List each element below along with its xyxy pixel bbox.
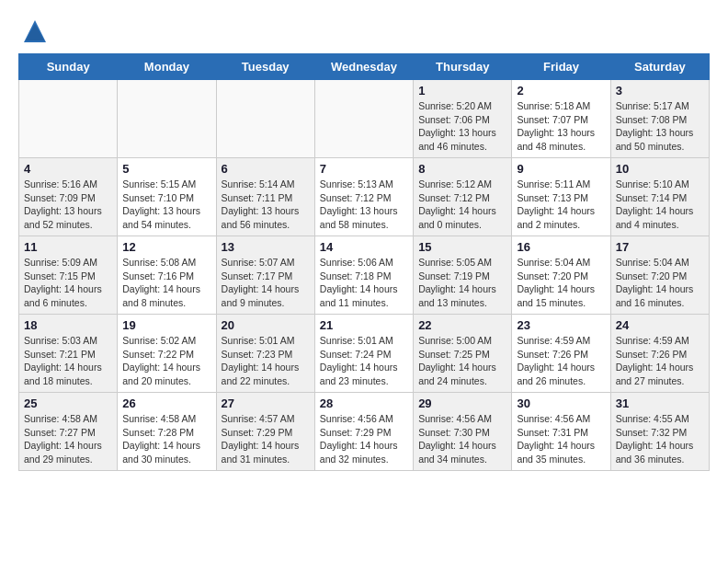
day-info: Sunrise: 4:56 AM Sunset: 7:31 PM Dayligh… — [517, 412, 605, 466]
calendar-header-row: SundayMondayTuesdayWednesdayThursdayFrid… — [19, 54, 710, 80]
day-number: 12 — [122, 240, 210, 254]
table-row: 4Sunrise: 5:16 AM Sunset: 7:09 PM Daylig… — [19, 158, 118, 236]
table-row: 29Sunrise: 4:56 AM Sunset: 7:30 PM Dayli… — [414, 393, 512, 471]
logo-icon — [22, 18, 48, 44]
table-row: 26Sunrise: 4:58 AM Sunset: 7:28 PM Dayli… — [118, 393, 216, 471]
day-number: 2 — [517, 84, 605, 98]
day-number: 17 — [616, 240, 704, 254]
table-row: 20Sunrise: 5:01 AM Sunset: 7:23 PM Dayli… — [216, 315, 314, 393]
day-number: 28 — [320, 396, 408, 410]
calendar-body: 1Sunrise: 5:20 AM Sunset: 7:06 PM Daylig… — [19, 80, 710, 471]
day-number: 19 — [122, 318, 210, 332]
day-number: 18 — [24, 318, 112, 332]
table-row: 22Sunrise: 5:00 AM Sunset: 7:25 PM Dayli… — [414, 315, 512, 393]
day-info: Sunrise: 5:01 AM Sunset: 7:24 PM Dayligh… — [320, 334, 408, 388]
weekday-header: Monday — [118, 54, 216, 80]
page-header — [18, 18, 710, 44]
table-row: 1Sunrise: 5:20 AM Sunset: 7:06 PM Daylig… — [414, 80, 512, 158]
day-number: 9 — [517, 162, 605, 176]
logo — [18, 18, 48, 44]
day-number: 14 — [320, 240, 408, 254]
day-info: Sunrise: 5:12 AM Sunset: 7:12 PM Dayligh… — [418, 178, 506, 232]
day-number: 4 — [24, 162, 112, 176]
day-info: Sunrise: 4:56 AM Sunset: 7:30 PM Dayligh… — [418, 412, 506, 466]
table-row: 12Sunrise: 5:08 AM Sunset: 7:16 PM Dayli… — [118, 236, 216, 315]
day-info: Sunrise: 5:06 AM Sunset: 7:18 PM Dayligh… — [320, 256, 408, 310]
table-row: 18Sunrise: 5:03 AM Sunset: 7:21 PM Dayli… — [19, 315, 118, 393]
day-number: 23 — [517, 318, 605, 332]
table-row: 13Sunrise: 5:07 AM Sunset: 7:17 PM Dayli… — [216, 236, 314, 315]
table-row: 2Sunrise: 5:18 AM Sunset: 7:07 PM Daylig… — [512, 80, 610, 158]
day-info: Sunrise: 5:02 AM Sunset: 7:22 PM Dayligh… — [122, 334, 210, 388]
day-info: Sunrise: 4:58 AM Sunset: 7:28 PM Dayligh… — [122, 412, 210, 466]
table-row — [19, 80, 118, 158]
day-number: 5 — [122, 162, 210, 176]
table-row: 7Sunrise: 5:13 AM Sunset: 7:12 PM Daylig… — [314, 158, 413, 236]
table-row: 9Sunrise: 5:11 AM Sunset: 7:13 PM Daylig… — [512, 158, 610, 236]
day-number: 26 — [122, 396, 210, 410]
day-number: 31 — [616, 396, 704, 410]
table-row — [216, 80, 314, 158]
day-info: Sunrise: 5:17 AM Sunset: 7:08 PM Dayligh… — [616, 99, 704, 154]
day-info: Sunrise: 5:07 AM Sunset: 7:17 PM Dayligh… — [222, 256, 310, 310]
calendar-week-row: 11Sunrise: 5:09 AM Sunset: 7:15 PM Dayli… — [19, 236, 710, 315]
table-row: 14Sunrise: 5:06 AM Sunset: 7:18 PM Dayli… — [314, 236, 413, 315]
day-number: 10 — [616, 162, 704, 176]
day-number: 7 — [320, 162, 408, 176]
calendar-week-row: 4Sunrise: 5:16 AM Sunset: 7:09 PM Daylig… — [19, 158, 710, 236]
day-number: 13 — [222, 240, 310, 254]
day-info: Sunrise: 5:18 AM Sunset: 7:07 PM Dayligh… — [517, 99, 605, 154]
day-info: Sunrise: 5:00 AM Sunset: 7:25 PM Dayligh… — [418, 334, 506, 388]
day-info: Sunrise: 5:04 AM Sunset: 7:20 PM Dayligh… — [616, 256, 704, 310]
day-number: 21 — [320, 318, 408, 332]
calendar-week-row: 25Sunrise: 4:58 AM Sunset: 7:27 PM Dayli… — [19, 393, 710, 471]
weekday-header: Saturday — [610, 54, 709, 80]
table-row — [118, 80, 216, 158]
table-row: 17Sunrise: 5:04 AM Sunset: 7:20 PM Dayli… — [610, 236, 709, 315]
day-number: 25 — [24, 396, 112, 410]
table-row: 3Sunrise: 5:17 AM Sunset: 7:08 PM Daylig… — [610, 80, 709, 158]
table-row: 25Sunrise: 4:58 AM Sunset: 7:27 PM Dayli… — [19, 393, 118, 471]
table-row: 27Sunrise: 4:57 AM Sunset: 7:29 PM Dayli… — [216, 393, 314, 471]
day-number: 15 — [418, 240, 506, 254]
day-info: Sunrise: 5:04 AM Sunset: 7:20 PM Dayligh… — [517, 256, 605, 310]
table-row: 6Sunrise: 5:14 AM Sunset: 7:11 PM Daylig… — [216, 158, 314, 236]
day-number: 29 — [418, 396, 506, 410]
table-row: 31Sunrise: 4:55 AM Sunset: 7:32 PM Dayli… — [610, 393, 709, 471]
weekday-header: Thursday — [414, 54, 512, 80]
table-row: 19Sunrise: 5:02 AM Sunset: 7:22 PM Dayli… — [118, 315, 216, 393]
table-row: 21Sunrise: 5:01 AM Sunset: 7:24 PM Dayli… — [314, 315, 413, 393]
calendar-week-row: 1Sunrise: 5:20 AM Sunset: 7:06 PM Daylig… — [19, 80, 710, 158]
day-info: Sunrise: 5:16 AM Sunset: 7:09 PM Dayligh… — [24, 178, 112, 232]
day-info: Sunrise: 4:55 AM Sunset: 7:32 PM Dayligh… — [616, 412, 704, 466]
day-info: Sunrise: 5:13 AM Sunset: 7:12 PM Dayligh… — [320, 178, 408, 232]
svg-marker-1 — [26, 24, 44, 40]
day-info: Sunrise: 5:03 AM Sunset: 7:21 PM Dayligh… — [24, 334, 112, 388]
table-row: 10Sunrise: 5:10 AM Sunset: 7:14 PM Dayli… — [610, 158, 709, 236]
day-info: Sunrise: 5:10 AM Sunset: 7:14 PM Dayligh… — [616, 178, 704, 232]
day-number: 3 — [616, 84, 704, 98]
day-info: Sunrise: 5:09 AM Sunset: 7:15 PM Dayligh… — [24, 256, 112, 310]
table-row: 15Sunrise: 5:05 AM Sunset: 7:19 PM Dayli… — [414, 236, 512, 315]
day-info: Sunrise: 4:59 AM Sunset: 7:26 PM Dayligh… — [517, 334, 605, 388]
weekday-header: Wednesday — [314, 54, 413, 80]
day-number: 1 — [418, 84, 506, 98]
day-number: 11 — [24, 240, 112, 254]
day-info: Sunrise: 4:59 AM Sunset: 7:26 PM Dayligh… — [616, 334, 704, 388]
table-row: 11Sunrise: 5:09 AM Sunset: 7:15 PM Dayli… — [19, 236, 118, 315]
weekday-header: Friday — [512, 54, 610, 80]
day-info: Sunrise: 5:14 AM Sunset: 7:11 PM Dayligh… — [222, 178, 310, 232]
table-row: 28Sunrise: 4:56 AM Sunset: 7:29 PM Dayli… — [314, 393, 413, 471]
table-row: 5Sunrise: 5:15 AM Sunset: 7:10 PM Daylig… — [118, 158, 216, 236]
day-number: 30 — [517, 396, 605, 410]
day-info: Sunrise: 4:56 AM Sunset: 7:29 PM Dayligh… — [320, 412, 408, 466]
day-info: Sunrise: 5:15 AM Sunset: 7:10 PM Dayligh… — [122, 178, 210, 232]
weekday-header: Tuesday — [216, 54, 314, 80]
day-info: Sunrise: 4:57 AM Sunset: 7:29 PM Dayligh… — [222, 412, 310, 466]
table-row: 30Sunrise: 4:56 AM Sunset: 7:31 PM Dayli… — [512, 393, 610, 471]
day-number: 6 — [222, 162, 310, 176]
day-number: 20 — [222, 318, 310, 332]
day-info: Sunrise: 4:58 AM Sunset: 7:27 PM Dayligh… — [24, 412, 112, 466]
table-row: 16Sunrise: 5:04 AM Sunset: 7:20 PM Dayli… — [512, 236, 610, 315]
day-number: 27 — [222, 396, 310, 410]
